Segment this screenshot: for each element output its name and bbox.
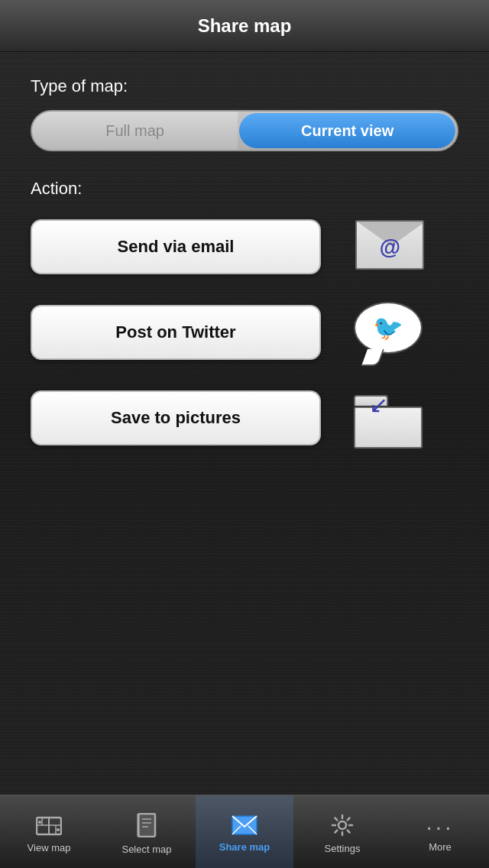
- tab-settings-label: Settings: [325, 843, 361, 854]
- tab-more[interactable]: ··· More: [391, 795, 489, 868]
- page-title: Share map: [198, 15, 292, 37]
- top-navigation-bar: Share map: [0, 0, 489, 52]
- view-map-icon: [36, 815, 62, 839]
- bottom-tab-bar: View map Select map Share map: [0, 795, 489, 868]
- twitter-action-row: Post on Twitter 🐦: [31, 298, 458, 367]
- tab-settings[interactable]: Settings: [293, 795, 391, 868]
- email-action-row: Send via email @: [31, 212, 458, 281]
- map-type-segmented-control[interactable]: Full map Current view: [31, 110, 458, 151]
- action-section: Action: Send via email @ Post on Twitter: [31, 179, 458, 452]
- more-dots-icon: ···: [426, 815, 454, 838]
- tab-select-map-label: Select map: [121, 844, 171, 855]
- svg-rect-5: [138, 814, 155, 837]
- email-icon-wrapper: @: [344, 212, 436, 281]
- twitter-icon: 🐦: [354, 302, 426, 363]
- tab-share-map-label: Share map: [219, 841, 270, 853]
- save-pictures-button[interactable]: Save to pictures: [31, 390, 321, 445]
- main-content: Type of map: Full map Current view Actio…: [0, 52, 489, 494]
- tab-view-map[interactable]: View map: [0, 795, 98, 868]
- send-email-button[interactable]: Send via email: [31, 219, 321, 274]
- settings-gear-icon: [331, 814, 354, 840]
- save-folder-icon: ↙: [354, 387, 426, 449]
- post-twitter-button[interactable]: Post on Twitter: [31, 305, 321, 360]
- at-symbol-icon: @: [379, 235, 400, 260]
- svg-point-13: [338, 821, 346, 829]
- segment-current-view[interactable]: Current view: [239, 113, 455, 148]
- tab-share-map[interactable]: Share map: [196, 795, 293, 868]
- svg-point-4: [57, 828, 60, 831]
- action-label: Action:: [31, 179, 458, 199]
- share-map-icon: [232, 815, 257, 838]
- tab-select-map[interactable]: Select map: [98, 795, 196, 868]
- save-action-row: Save to pictures ↙: [31, 384, 458, 452]
- twitter-bird-icon: 🐦: [373, 313, 403, 342]
- email-icon: @: [355, 220, 424, 274]
- tab-more-label: More: [429, 841, 452, 853]
- map-type-label: Type of map:: [31, 76, 458, 96]
- twitter-icon-wrapper: 🐦: [344, 298, 436, 367]
- folder-icon-wrapper: ↙: [344, 384, 436, 452]
- tab-view-map-label: View map: [28, 842, 71, 853]
- select-map-icon: [136, 813, 157, 840]
- segment-full-map[interactable]: Full map: [32, 112, 238, 150]
- folder-arrow-icon: ↙: [369, 391, 388, 418]
- svg-point-3: [38, 821, 41, 824]
